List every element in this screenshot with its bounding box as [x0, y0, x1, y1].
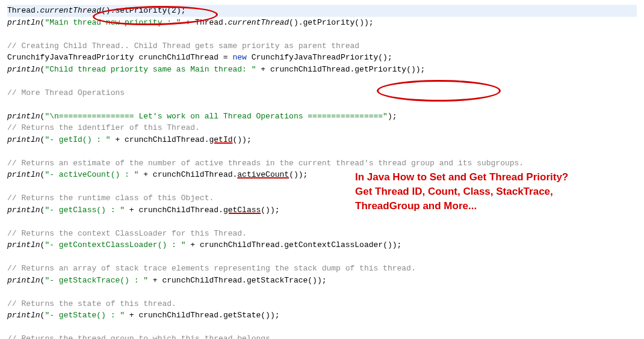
caption-line: ThreadGroup and More...	[355, 199, 626, 213]
code-comment: // Returns the state of this thread.	[7, 298, 637, 310]
code-line: Thread.currentThread().setPriority(2);	[7, 5, 637, 17]
code-line	[7, 216, 637, 228]
code-comment: // More Thread Operations	[7, 87, 637, 99]
code-comment: // Returns an estimate of the number of …	[7, 157, 637, 170]
code-line: println("- getStackTrace() : " + crunchC…	[7, 275, 637, 287]
code-comment: // Returns the context ClassLoader for t…	[7, 228, 637, 240]
code-line: CrunchifyJavaThreadPriority crunchChildT…	[7, 52, 637, 64]
code-line	[7, 145, 637, 157]
caption-overlay: In Java How to Set and Get Thread Priori…	[355, 170, 626, 213]
code-line	[7, 28, 637, 40]
caption-line: In Java How to Set and Get Thread Priori…	[355, 170, 626, 185]
code-comment: // Creating Child Thread.. Child Thread …	[7, 40, 637, 52]
code-comment: // Returns an array of stack trace eleme…	[7, 263, 637, 275]
code-line: println("Child thread priority same as M…	[7, 64, 637, 76]
code-line	[7, 322, 637, 334]
code-comment: // Returns the identifier of this Thread…	[7, 122, 637, 134]
code-line	[7, 286, 637, 298]
code-line: println("- getContextClassLoader() : " +…	[7, 239, 637, 251]
code-line: println("Main thread new priority : " + …	[7, 17, 637, 29]
code-line: println("\n================ Let's work o…	[7, 111, 637, 123]
code-line	[7, 99, 637, 111]
brand-logo: Crunchify.com	[522, 335, 634, 339]
code-line	[7, 251, 637, 263]
code-line	[7, 75, 637, 87]
caption-line: Get Thread ID, Count, Class, StackTrace,	[355, 185, 626, 199]
code-line: println("- getId() : " + crunchChildThre…	[7, 134, 637, 146]
code-line: println("- getState() : " + crunchChildT…	[7, 310, 637, 322]
